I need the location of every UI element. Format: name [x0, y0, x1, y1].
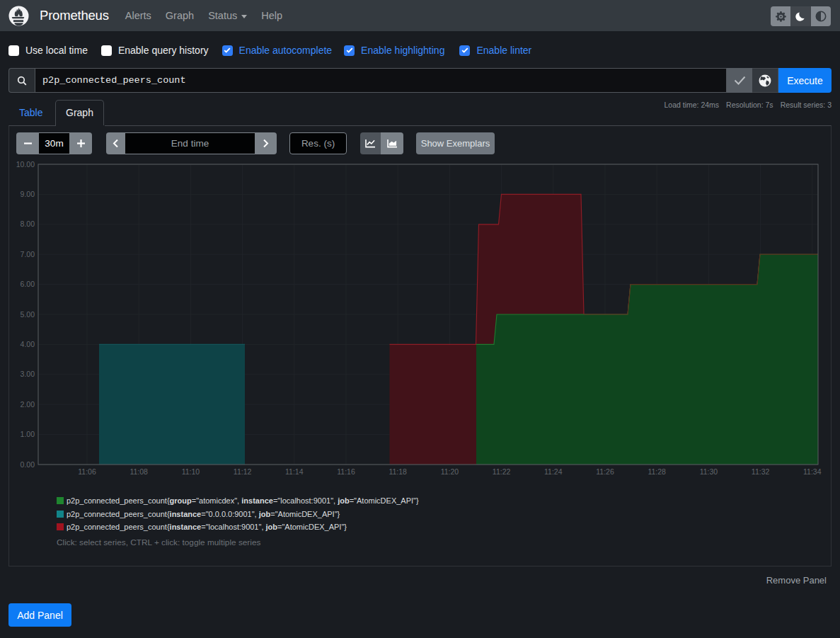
svg-text:0.00: 0.00	[21, 460, 35, 469]
svg-text:11:18: 11:18	[389, 467, 407, 476]
svg-text:11:24: 11:24	[544, 467, 563, 476]
svg-text:11:22: 11:22	[493, 467, 511, 476]
svg-text:7.00: 7.00	[21, 250, 35, 258]
svg-text:11:32: 11:32	[752, 467, 770, 476]
svg-text:2.00: 2.00	[21, 400, 35, 409]
svg-text:11:10: 11:10	[182, 467, 200, 476]
svg-text:11:26: 11:26	[596, 467, 614, 476]
svg-text:9.00: 9.00	[21, 190, 35, 198]
svg-text:8.00: 8.00	[21, 220, 35, 228]
svg-text:11:28: 11:28	[648, 467, 666, 476]
svg-text:11:34: 11:34	[803, 467, 822, 476]
svg-text:11:12: 11:12	[234, 467, 252, 476]
svg-text:11:30: 11:30	[700, 467, 718, 476]
svg-text:11:06: 11:06	[78, 467, 96, 476]
svg-text:11:16: 11:16	[337, 467, 355, 476]
svg-text:5.00: 5.00	[21, 310, 35, 319]
svg-text:1.00: 1.00	[21, 430, 35, 438]
svg-text:10.00: 10.00	[16, 160, 35, 169]
svg-text:6.00: 6.00	[21, 280, 35, 288]
svg-text:3.00: 3.00	[21, 370, 35, 378]
svg-text:4.00: 4.00	[21, 340, 35, 348]
svg-text:11:20: 11:20	[441, 467, 459, 476]
svg-text:11:14: 11:14	[285, 467, 304, 476]
svg-text:11:08: 11:08	[130, 467, 148, 476]
